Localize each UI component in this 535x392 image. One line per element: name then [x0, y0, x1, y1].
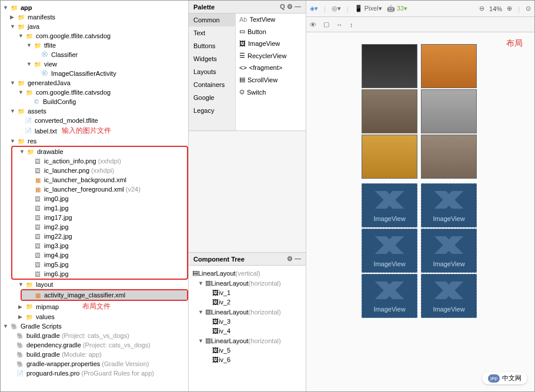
- preview-image[interactable]: [421, 135, 477, 179]
- imageview-placeholder[interactable]: ImageView: [421, 229, 477, 273]
- preview-image[interactable]: [421, 44, 477, 88]
- tree-file[interactable]: 🖼img2.jpg: [12, 222, 187, 232]
- tree-file[interactable]: 🖼img17.jpg: [12, 213, 187, 222]
- imageview-placeholder[interactable]: ImageView: [421, 274, 477, 318]
- tree-gradle-file[interactable]: 🐘build.gradle(Project: cats_vs_dogs): [1, 331, 188, 340]
- device-icon[interactable]: 📱 Pixel▾: [355, 5, 382, 12]
- highlight-drawable: ▼📁drawable 🖼ic_action_info.png(xxhdpi) 🖼…: [11, 146, 188, 280]
- palette-cat[interactable]: Layouts: [189, 65, 235, 78]
- tree-gradle-file[interactable]: 🐘build.gradle(Module: app): [1, 350, 188, 359]
- preview-image[interactable]: [421, 89, 477, 133]
- zoom-in-icon[interactable]: ⊕: [507, 5, 512, 12]
- comp-ll[interactable]: ▼▥ LinearLayout(horizontal): [191, 307, 303, 317]
- tree-mipmap[interactable]: ▶📁mipmap布局文件: [1, 301, 188, 312]
- preview-image[interactable]: [362, 135, 417, 179]
- tree-manifests[interactable]: ▶📁manifests: [1, 12, 188, 22]
- tree-drawable[interactable]: ▼📁drawable: [12, 147, 187, 156]
- comp-ll[interactable]: ▼▥ LinearLayout(horizontal): [191, 278, 303, 288]
- api-level[interactable]: 🤖 33▾: [387, 5, 407, 12]
- tree-layout[interactable]: ▼📁layout: [1, 280, 188, 289]
- imageview-placeholder[interactable]: ImageView: [362, 183, 417, 227]
- component-tree-title: Component Tree: [193, 256, 245, 263]
- tree-file[interactable]: ▦ic_launcher_foreground.xml(v24): [12, 185, 187, 194]
- tree-java[interactable]: ▼📁java: [1, 22, 188, 31]
- tree-view[interactable]: ▼📁view: [1, 59, 188, 69]
- theme-icon[interactable]: ◎▾: [332, 5, 341, 12]
- device-frame[interactable]: ImageView ImageView ImageView ImageView …: [362, 44, 479, 323]
- palette-item[interactable]: ▤ScrollView: [236, 73, 306, 86]
- minimize-icon[interactable]: —: [295, 255, 301, 262]
- refresh-icon[interactable]: ↔: [336, 21, 343, 28]
- palette-cat[interactable]: Legacy: [189, 104, 235, 117]
- design-tools-panel: Palette Q ⚙ — Common Text Buttons Widget…: [189, 1, 306, 391]
- tree-file[interactable]: 🖼img6.jpg: [12, 269, 187, 279]
- tree-file[interactable]: 🖼img3.jpg: [12, 241, 187, 250]
- comp-iv[interactable]: 🖼 iv_4: [191, 326, 303, 336]
- imageview-placeholder[interactable]: ImageView: [421, 183, 477, 227]
- palette-cat[interactable]: Widgets: [189, 52, 235, 65]
- comp-iv[interactable]: 🖼 iv_3: [191, 317, 303, 326]
- comp-root[interactable]: ▤ LinearLayout(vertical): [191, 268, 303, 278]
- gear-icon[interactable]: ⚙: [287, 3, 293, 10]
- palette-item[interactable]: ☰RecyclerView: [236, 49, 306, 62]
- tree-file[interactable]: 🖼img4.jpg: [12, 250, 187, 260]
- tree-file[interactable]: 🖼img0.jpg: [12, 194, 187, 203]
- tree-assets[interactable]: ▼📁assets: [1, 106, 188, 116]
- palette-item[interactable]: <><fragment>: [236, 62, 306, 73]
- tree-app[interactable]: ▼📁app: [1, 3, 188, 12]
- tree-label[interactable]: 📄label.txt输入的图片文件: [1, 125, 188, 136]
- view-mode-icon[interactable]: 👁: [310, 21, 316, 28]
- palette-item[interactable]: AbTextView: [236, 14, 306, 25]
- tree-pkg[interactable]: ▼📁com.google.tflite.catvsdog: [1, 31, 188, 41]
- preview-image[interactable]: [362, 44, 417, 88]
- tree-file[interactable]: 🖼ic_launcher.png(xxhdpi): [12, 166, 187, 175]
- tree-buildconfig[interactable]: ©BuildConfig: [1, 97, 188, 106]
- palette-cat[interactable]: Text: [189, 26, 235, 39]
- tree-res[interactable]: ▼📁res: [1, 136, 188, 146]
- imageview-placeholder[interactable]: ImageView: [362, 229, 417, 273]
- palette-cat[interactable]: Google: [189, 91, 235, 104]
- tree-values[interactable]: ▶📁values: [1, 312, 188, 321]
- tree-gradle-file[interactable]: 🐘dependency.gradle(Project: cats_vs_dogs…: [1, 340, 188, 350]
- tree-file[interactable]: 🖼img1.jpg: [12, 203, 187, 213]
- project-tree[interactable]: ▼📁app ▶📁manifests ▼📁java ▼📁com.google.tf…: [1, 1, 189, 391]
- pan-icon[interactable]: ↕: [350, 21, 353, 28]
- component-tree[interactable]: ▤ LinearLayout(vertical) ▼▥ LinearLayout…: [189, 266, 306, 391]
- tree-file[interactable]: 🖼img5.jpg: [12, 260, 187, 269]
- tree-gradle-file[interactable]: 📄proguard-rules.pro(ProGuard Rules for a…: [1, 368, 188, 378]
- tree-file[interactable]: ▦ic_launcher_background.xml: [12, 175, 187, 185]
- palette-item[interactable]: ▭Button: [236, 25, 306, 38]
- tree-file[interactable]: 🖼img22.jpg: [12, 232, 187, 241]
- zoom-out-icon[interactable]: ⊖: [479, 5, 484, 12]
- tree-genjava[interactable]: ▼📁generatedJava: [1, 78, 188, 88]
- design-canvas[interactable]: 布局 ImageView ImageView ImageView ImageVi…: [306, 32, 534, 391]
- minimize-icon[interactable]: —: [295, 3, 301, 10]
- gear-icon[interactable]: ⚙: [287, 255, 293, 262]
- palette-cat[interactable]: Buttons: [189, 39, 235, 52]
- tree-ica[interactable]: ⓀImageClassifierActivity: [1, 69, 188, 78]
- comp-ll[interactable]: ▼▥ LinearLayout(horizontal): [191, 336, 303, 346]
- tree-gradle-file[interactable]: 🐘gradle-wrapper.properties(Gradle Versio…: [1, 359, 188, 368]
- comp-iv[interactable]: 🖼 iv_2: [191, 297, 303, 307]
- palette-item[interactable]: 🖼ImageView: [236, 38, 306, 49]
- tree-classifier[interactable]: ⓀClassifier: [1, 50, 188, 59]
- tree-tflite[interactable]: ▼📁tflite: [1, 41, 188, 50]
- palette-item[interactable]: ⊙Switch: [236, 86, 306, 98]
- tree-activity-xml[interactable]: ▦activity_image_classifier.xml: [22, 290, 187, 300]
- tree-file[interactable]: 🖼ic_action_info.png(xxhdpi): [12, 156, 187, 166]
- palette-cat[interactable]: Common: [189, 14, 235, 26]
- comp-iv[interactable]: 🖼 iv_5: [191, 346, 303, 355]
- tree-gradle-scripts[interactable]: ▼🐘Gradle Scripts: [1, 321, 188, 331]
- tree-pkg2[interactable]: ▼📁com.google.tflite.catvsdog: [1, 88, 188, 97]
- imageview-placeholder[interactable]: ImageView: [362, 274, 417, 318]
- preview-image[interactable]: [362, 89, 417, 133]
- warnings-icon[interactable]: ⊙: [526, 5, 531, 12]
- search-icon[interactable]: Q: [280, 3, 285, 10]
- tree-model[interactable]: 📄converted_model.tflite: [1, 116, 188, 125]
- layers-icon[interactable]: ◈▾: [310, 5, 318, 12]
- palette-cat[interactable]: Containers: [189, 78, 235, 91]
- comp-iv[interactable]: 🖼 iv_1: [191, 288, 303, 297]
- comp-iv[interactable]: 🖼 iv_6: [191, 355, 303, 364]
- blueprint-icon[interactable]: ▢: [323, 21, 329, 28]
- annotation-input-files: 输入的图片文件: [62, 126, 111, 136]
